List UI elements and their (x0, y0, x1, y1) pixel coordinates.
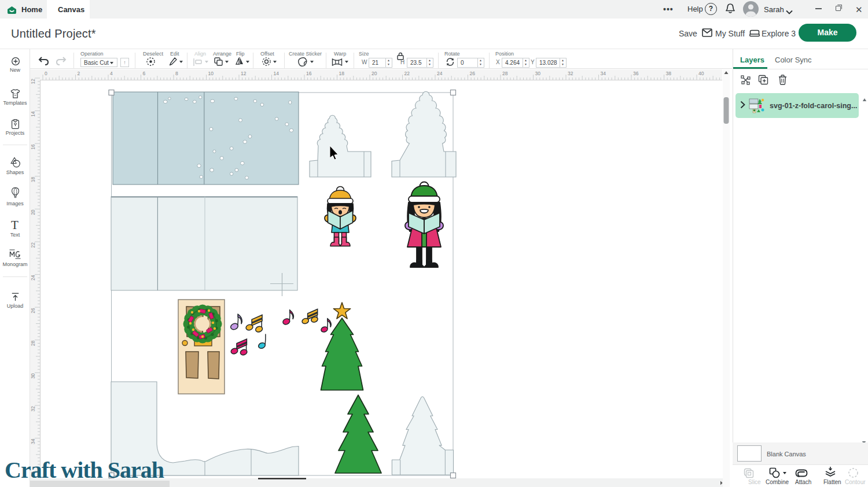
svg-text:18: 18 (30, 177, 36, 183)
svg-text:14: 14 (274, 71, 279, 76)
svg-text:24: 24 (437, 71, 443, 76)
svg-text:32: 32 (30, 406, 36, 412)
svg-text:12: 12 (30, 79, 36, 84)
svg-text:30: 30 (30, 373, 36, 379)
svg-text:0: 0 (45, 71, 47, 76)
svg-text:20: 20 (372, 71, 377, 76)
svg-text:8: 8 (175, 71, 178, 76)
svg-text:26: 26 (470, 71, 476, 76)
svg-text:24: 24 (30, 275, 36, 281)
svg-text:30: 30 (535, 71, 541, 76)
svg-text:20: 20 (30, 209, 36, 215)
svg-text:28: 28 (30, 341, 36, 346)
svg-text:34: 34 (601, 71, 606, 76)
svg-text:6: 6 (143, 71, 146, 76)
svg-text:18: 18 (339, 71, 345, 76)
svg-text:36: 36 (633, 71, 639, 76)
svg-text:26: 26 (30, 308, 36, 313)
svg-text:16: 16 (30, 144, 36, 150)
svg-text:28: 28 (502, 71, 508, 76)
svg-text:2: 2 (78, 71, 80, 76)
svg-text:12: 12 (241, 71, 247, 76)
svg-text:22: 22 (30, 242, 36, 248)
svg-text:40: 40 (698, 71, 704, 76)
svg-text:38: 38 (666, 71, 672, 76)
svg-text:16: 16 (306, 71, 312, 76)
svg-text:34: 34 (30, 438, 36, 444)
svg-text:14: 14 (30, 111, 36, 117)
svg-text:4: 4 (110, 71, 113, 76)
svg-text:10: 10 (208, 71, 214, 76)
svg-text:22: 22 (404, 71, 410, 76)
svg-text:32: 32 (568, 71, 573, 76)
